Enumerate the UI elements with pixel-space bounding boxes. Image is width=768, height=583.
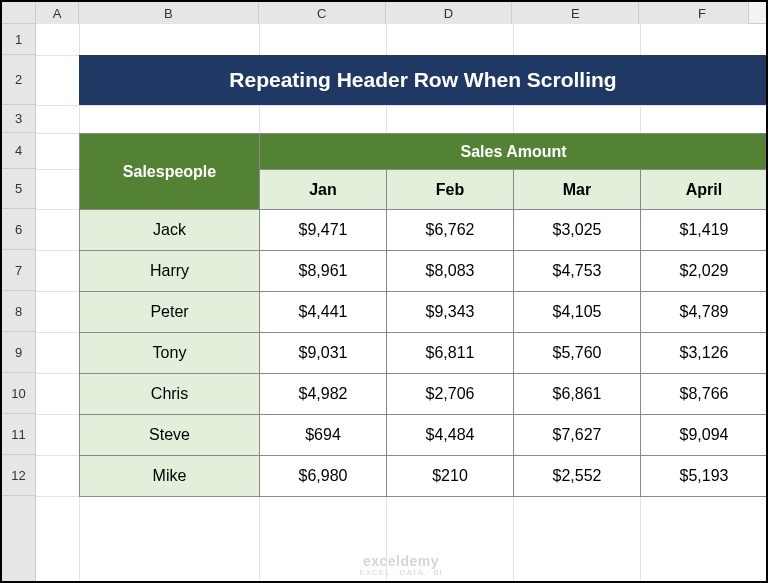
cell-name[interactable]: Chris (80, 374, 260, 415)
row-header-6[interactable]: 6 (2, 209, 35, 250)
cell-value[interactable]: $9,094 (641, 415, 768, 456)
cell-value[interactable]: $8,766 (641, 374, 768, 415)
row-header-1[interactable]: 1 (2, 24, 35, 55)
cells-area[interactable]: Repeating Header Row When Scrolling Sale… (36, 24, 766, 581)
row-header-12[interactable]: 12 (2, 455, 35, 496)
cell-value[interactable]: $2,706 (387, 374, 514, 415)
cell-name[interactable]: Jack (80, 210, 260, 251)
row-header-7[interactable]: 7 (2, 250, 35, 291)
cell-value[interactable]: $4,441 (260, 292, 387, 333)
cell-value[interactable]: $9,343 (387, 292, 514, 333)
table-row: Steve$694$4,484$7,627$9,094 (80, 415, 768, 456)
row-header-5[interactable]: 5 (2, 169, 35, 209)
cell-value[interactable]: $8,083 (387, 251, 514, 292)
cell-value[interactable]: $9,471 (260, 210, 387, 251)
spreadsheet-view: ABCDEF 123456789101112 Repeating Header … (2, 2, 766, 581)
cell-value[interactable]: $694 (260, 415, 387, 456)
row-header-strip: 123456789101112 (2, 24, 36, 581)
table-row: Chris$4,982$2,706$6,861$8,766 (80, 374, 768, 415)
cell-name[interactable]: Harry (80, 251, 260, 292)
column-header-B[interactable]: B (79, 2, 259, 24)
cell-name[interactable]: Peter (80, 292, 260, 333)
cell-name[interactable]: Mike (80, 456, 260, 497)
cell-value[interactable]: $6,861 (514, 374, 641, 415)
table-row: Tony$9,031$6,811$5,760$3,126 (80, 333, 768, 374)
column-header-strip: ABCDEF (2, 2, 766, 24)
row-header-3[interactable]: 3 (2, 105, 35, 133)
header-sales-amount: Sales Amount (260, 134, 768, 170)
cell-value[interactable]: $4,753 (514, 251, 641, 292)
row-header-9[interactable]: 9 (2, 332, 35, 373)
column-header-D[interactable]: D (386, 2, 513, 24)
cell-value[interactable]: $3,126 (641, 333, 768, 374)
table-row: Peter$4,441$9,343$4,105$4,789 (80, 292, 768, 333)
cell-value[interactable]: $6,762 (387, 210, 514, 251)
table-row: Jack$9,471$6,762$3,025$1,419 (80, 210, 768, 251)
data-table: SalespeopleSales AmountJanFebMarAprilJac… (79, 133, 768, 497)
cell-value[interactable]: $1,419 (641, 210, 768, 251)
row-header-4[interactable]: 4 (2, 133, 35, 169)
cell-value[interactable]: $6,811 (387, 333, 514, 374)
column-header-edge (748, 2, 766, 24)
cell-name[interactable]: Steve (80, 415, 260, 456)
row-header-10[interactable]: 10 (2, 373, 35, 414)
table-row: Harry$8,961$8,083$4,753$2,029 (80, 251, 768, 292)
cell-value[interactable]: $5,760 (514, 333, 641, 374)
table-row: Mike$6,980$210$2,552$5,193 (80, 456, 768, 497)
cell-value[interactable]: $3,025 (514, 210, 641, 251)
column-header-E[interactable]: E (512, 2, 639, 24)
cell-value[interactable]: $2,552 (514, 456, 641, 497)
cell-value[interactable]: $4,105 (514, 292, 641, 333)
title-banner: Repeating Header Row When Scrolling (79, 55, 767, 105)
cell-value[interactable]: $4,982 (260, 374, 387, 415)
cell-value[interactable]: $5,193 (641, 456, 768, 497)
cell-name[interactable]: Tony (80, 333, 260, 374)
header-month-jan: Jan (260, 170, 387, 210)
header-salespeople: Salespeople (80, 134, 260, 210)
select-all-corner[interactable] (2, 2, 36, 24)
header-month-feb: Feb (387, 170, 514, 210)
row-header-2[interactable]: 2 (2, 55, 35, 105)
header-month-april: April (641, 170, 768, 210)
cell-value[interactable]: $4,789 (641, 292, 768, 333)
row-header-11[interactable]: 11 (2, 414, 35, 455)
cell-value[interactable]: $7,627 (514, 415, 641, 456)
header-month-mar: Mar (514, 170, 641, 210)
cell-value[interactable]: $210 (387, 456, 514, 497)
row-header-8[interactable]: 8 (2, 291, 35, 332)
content-layer: Repeating Header Row When Scrolling Sale… (36, 24, 766, 581)
cell-value[interactable]: $6,980 (260, 456, 387, 497)
column-header-F[interactable]: F (639, 2, 766, 24)
cell-value[interactable]: $9,031 (260, 333, 387, 374)
column-header-A[interactable]: A (36, 2, 79, 24)
column-header-C[interactable]: C (259, 2, 386, 24)
cell-value[interactable]: $4,484 (387, 415, 514, 456)
cell-value[interactable]: $8,961 (260, 251, 387, 292)
cell-value[interactable]: $2,029 (641, 251, 768, 292)
